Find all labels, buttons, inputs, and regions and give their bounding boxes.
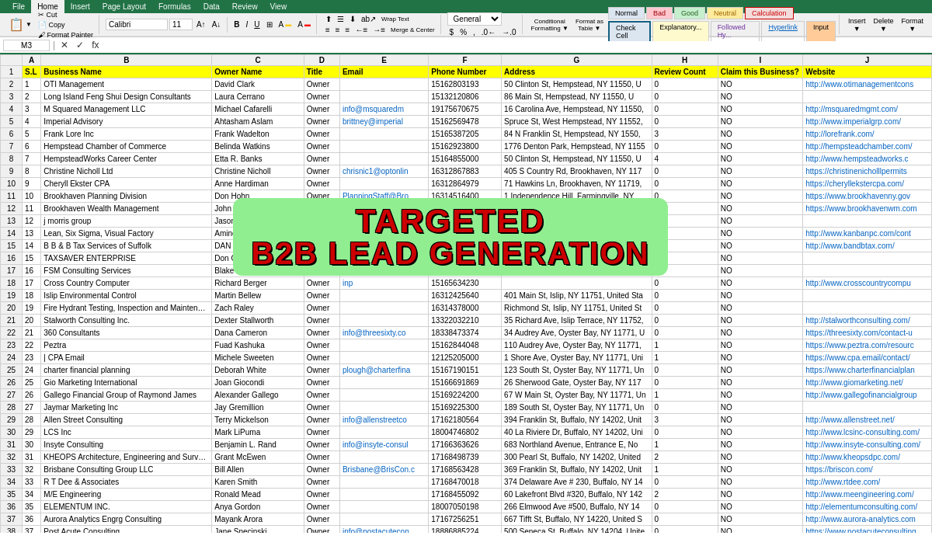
cell-i24[interactable]: NO xyxy=(718,352,802,364)
cell-d5[interactable]: Owner xyxy=(304,116,339,128)
cell-f35[interactable]: 17168455092 xyxy=(429,489,502,501)
cell-d4[interactable]: Owner xyxy=(304,103,339,116)
cell-d19[interactable]: Owner xyxy=(304,290,339,302)
col-header-d[interactable]: D xyxy=(304,55,339,66)
cell-j11[interactable]: https://www.brookhavenny.gov xyxy=(803,190,932,203)
cell-h8[interactable]: 4 xyxy=(652,153,718,165)
cell-c24[interactable]: Michele Sweeten xyxy=(212,352,304,364)
cell-c35[interactable]: Ronald Mead xyxy=(212,489,304,501)
cell-c3[interactable]: Laura Cerrano xyxy=(212,91,304,103)
cell-f31[interactable]: 17166363626 xyxy=(429,439,502,451)
cut-button[interactable]: ✂ Cut xyxy=(36,10,96,19)
cell-e19[interactable] xyxy=(339,290,428,302)
cell-e26[interactable] xyxy=(339,377,428,389)
col-header-e[interactable]: E xyxy=(339,55,428,66)
cell-i5[interactable]: NO xyxy=(718,116,802,128)
cell-g25[interactable]: 123 South St, Oyster Bay, NY 11771, Un xyxy=(502,364,652,377)
cell-c23[interactable]: Fuad Kashuka xyxy=(212,339,304,352)
cell-a24[interactable]: 23 xyxy=(23,352,41,364)
cell-h30[interactable]: 0 xyxy=(652,426,718,439)
cell-i1[interactable]: Claim this Business? xyxy=(718,66,802,78)
cell-g18[interactable] xyxy=(502,277,652,290)
cell-i11[interactable]: NO xyxy=(718,190,802,203)
cell-e4[interactable]: info@msquaredm xyxy=(339,103,428,116)
cell-j8[interactable]: http://www.hempsteadworks.c xyxy=(803,153,932,165)
insert-function-button[interactable]: fx xyxy=(89,40,101,50)
cell-a36[interactable]: 35 xyxy=(23,501,41,513)
align-top-button[interactable]: ⬆ xyxy=(323,14,334,24)
cell-i8[interactable]: NO xyxy=(718,153,802,165)
col-header-a[interactable]: A xyxy=(23,55,41,66)
style-input[interactable]: Input xyxy=(806,21,836,43)
cell-j31[interactable]: http://www.insyte-consulting.com/ xyxy=(803,439,932,451)
cell-j38[interactable]: https://www.postacuteconsulting xyxy=(803,526,932,534)
cell-g27[interactable]: 67 W Main St, Oyster Bay, NY 11771, Un xyxy=(502,389,652,402)
cell-j35[interactable]: http://www.meengineering.com/ xyxy=(803,489,932,501)
cell-b14[interactable]: Lean, Six Sigma, Visual Factory xyxy=(41,228,212,240)
cell-b31[interactable]: Insyte Consulting xyxy=(41,439,212,451)
cell-d20[interactable]: Owner xyxy=(304,302,339,315)
cell-a25[interactable]: 24 xyxy=(23,364,41,377)
cell-f1[interactable]: Phone Number xyxy=(429,66,502,78)
cell-h37[interactable]: 0 xyxy=(652,513,718,526)
cell-h38[interactable]: 0 xyxy=(652,526,718,534)
cell-j23[interactable]: https://www.peztra.com/resourc xyxy=(803,339,932,352)
cell-j34[interactable]: http://www.rtdee.com/ xyxy=(803,476,932,489)
cell-j6[interactable]: http://lorefrank.com/ xyxy=(803,128,932,141)
cell-j1[interactable]: Website xyxy=(803,66,932,78)
cell-c26[interactable]: Joan Giocondi xyxy=(212,377,304,389)
cell-a23[interactable]: 22 xyxy=(23,339,41,352)
cell-j19[interactable] xyxy=(803,290,932,302)
text-angle-button[interactable]: ab↗ xyxy=(359,14,378,24)
increase-font-button[interactable]: A↑ xyxy=(194,19,208,30)
cell-f9[interactable]: 16312867883 xyxy=(429,165,502,178)
cell-e21[interactable] xyxy=(339,315,428,327)
cell-h21[interactable]: 0 xyxy=(652,315,718,327)
cell-h3[interactable]: 0 xyxy=(652,91,718,103)
cell-a15[interactable]: 14 xyxy=(23,240,41,252)
cell-c37[interactable]: Mayank Arora xyxy=(212,513,304,526)
align-center-button[interactable]: ≡ xyxy=(333,25,343,35)
cell-h1[interactable]: Review Count xyxy=(652,66,718,78)
cell-g5[interactable]: Spruce St, West Hempstead, NY 11552, xyxy=(502,116,652,128)
cell-a5[interactable]: 4 xyxy=(23,116,41,128)
style-followed-hyperlink[interactable]: Followed Hy... xyxy=(711,21,760,43)
cell-d30[interactable]: Owner xyxy=(304,426,339,439)
cell-j4[interactable]: http://msquaredmgmt.com/ xyxy=(803,103,932,116)
cell-i18[interactable]: NO xyxy=(718,277,802,290)
cell-c20[interactable]: Zach Raley xyxy=(212,302,304,315)
cell-b5[interactable]: Imperial Advisory xyxy=(41,116,212,128)
cell-d22[interactable]: Owner xyxy=(304,327,339,339)
cell-c7[interactable]: Belinda Watkins xyxy=(212,141,304,153)
cell-g31[interactable]: 683 Northland Avenue, Entrance E, No xyxy=(502,439,652,451)
cell-f4[interactable]: 19175670675 xyxy=(429,103,502,116)
cell-g9[interactable]: 405 S Country Rd, Brookhaven, NY 117 xyxy=(502,165,652,178)
cell-i10[interactable]: NO xyxy=(718,178,802,190)
cell-g20[interactable]: Richmond St, Islip, NY 11751, United St xyxy=(502,302,652,315)
cell-a13[interactable]: 12 xyxy=(23,215,41,228)
tab-file[interactable]: File xyxy=(6,0,31,13)
cell-c33[interactable]: Bill Allen xyxy=(212,464,304,476)
cell-j15[interactable]: http://www.bandbtax.com/ xyxy=(803,240,932,252)
cell-f18[interactable]: 15165634230 xyxy=(429,277,502,290)
style-hyperlink[interactable]: Hyperlink xyxy=(761,21,805,43)
cell-i12[interactable]: NO xyxy=(718,203,802,215)
cell-f8[interactable]: 15164855000 xyxy=(429,153,502,165)
cell-b18[interactable]: Cross Country Computer xyxy=(41,277,212,290)
cell-d7[interactable]: Owner xyxy=(304,141,339,153)
cell-e27[interactable] xyxy=(339,389,428,402)
font-name-input[interactable]: Calibri xyxy=(106,19,168,30)
cell-g34[interactable]: 374 Delaware Ave # 230, Buffalo, NY 14 xyxy=(502,476,652,489)
cell-c19[interactable]: Martin Bellew xyxy=(212,290,304,302)
cell-e36[interactable] xyxy=(339,501,428,513)
cell-g36[interactable]: 266 Elmwood Ave #500, Buffalo, NY 14 xyxy=(502,501,652,513)
copy-button[interactable]: 📄 Copy xyxy=(36,20,96,30)
cell-h9[interactable]: 0 xyxy=(652,165,718,178)
cell-d35[interactable]: Owner xyxy=(304,489,339,501)
cell-g6[interactable]: 84 N Franklin St, Hempstead, NY 1550, xyxy=(502,128,652,141)
cell-e9[interactable]: chrisnic1@optonlin xyxy=(339,165,428,178)
cancel-formula-button[interactable]: ✕ xyxy=(58,40,71,50)
cell-i4[interactable]: NO xyxy=(718,103,802,116)
cell-g19[interactable]: 401 Main St, Islip, NY 11751, United Sta xyxy=(502,290,652,302)
col-header-i[interactable]: I xyxy=(718,55,802,66)
